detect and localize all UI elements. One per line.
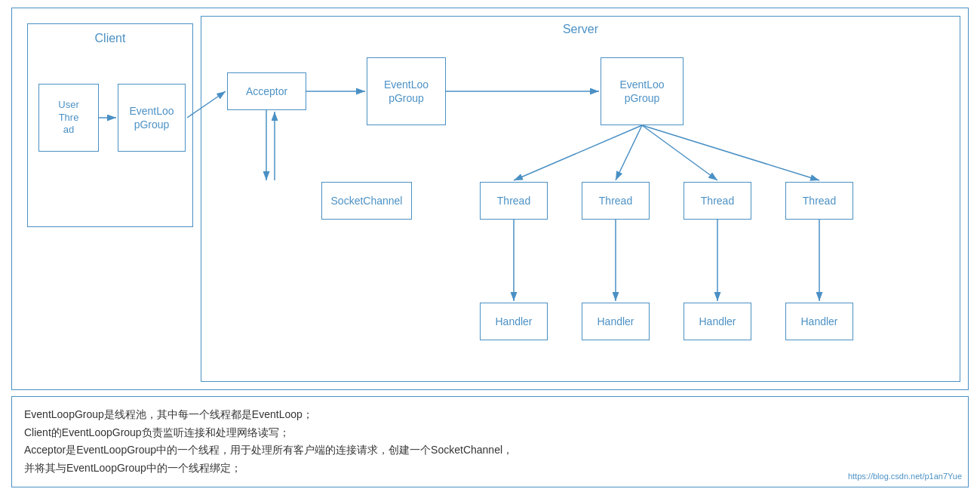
user-thread-label: UserThread — [58, 99, 78, 137]
socket-channel-label: SocketChannel — [331, 194, 403, 208]
eventloop-boss-label: EventLoopGroup — [384, 78, 429, 105]
handler4-label: Handler — [800, 315, 837, 328]
handler3-box: Handler — [684, 303, 751, 340]
thread4-box: Thread — [785, 182, 853, 220]
acceptor-box: Acceptor — [227, 72, 306, 110]
thread4-label: Thread — [803, 194, 836, 208]
watermark: https://blog.csdn.net/p1an7Yue — [848, 469, 962, 484]
description-line4: 并将其与EventLoopGroup中的一个线程绑定； — [24, 460, 956, 478]
thread2-label: Thread — [599, 194, 632, 208]
handler3-label: Handler — [699, 315, 736, 328]
handler1-label: Handler — [495, 315, 532, 328]
diagram-area: Client Server UserThread EventLoopGroup … — [11, 8, 969, 390]
handler2-box: Handler — [582, 303, 650, 340]
description-box: EventLoopGroup是线程池，其中每一个线程都是EventLoop； C… — [11, 396, 969, 487]
client-label: Client — [28, 32, 192, 45]
thread3-label: Thread — [701, 194, 734, 208]
thread1-box: Thread — [480, 182, 548, 220]
socket-channel-box: SocketChannel — [321, 182, 412, 220]
eventloop-worker-box: EventLoopGroup — [601, 57, 684, 125]
description-line1: EventLoopGroup是线程池，其中每一个线程都是EventLoop； — [24, 406, 956, 424]
eventloop-boss-box: EventLoopGroup — [367, 57, 446, 125]
main-container: Client Server UserThread EventLoopGroup … — [0, 0, 980, 495]
handler4-box: Handler — [785, 303, 853, 340]
eventloop-worker-label: EventLoopGroup — [619, 78, 664, 105]
description-line3: Acceptor是EventLoopGroup中的一个线程，用于处理所有客户端的… — [24, 441, 956, 460]
user-thread-box: UserThread — [38, 84, 99, 152]
description-line2: Client的EventLoopGroup负责监听连接和处理网络读写； — [24, 424, 956, 442]
acceptor-label: Acceptor — [246, 85, 287, 98]
handler1-box: Handler — [480, 303, 548, 340]
thread1-label: Thread — [497, 194, 530, 208]
handler2-label: Handler — [597, 315, 634, 328]
thread3-box: Thread — [684, 182, 751, 220]
thread2-box: Thread — [582, 182, 650, 220]
server-label: Server — [201, 23, 960, 36]
eventloop-client-label: EventLoopGroup — [129, 104, 174, 131]
eventloop-client-box: EventLoopGroup — [118, 84, 186, 152]
